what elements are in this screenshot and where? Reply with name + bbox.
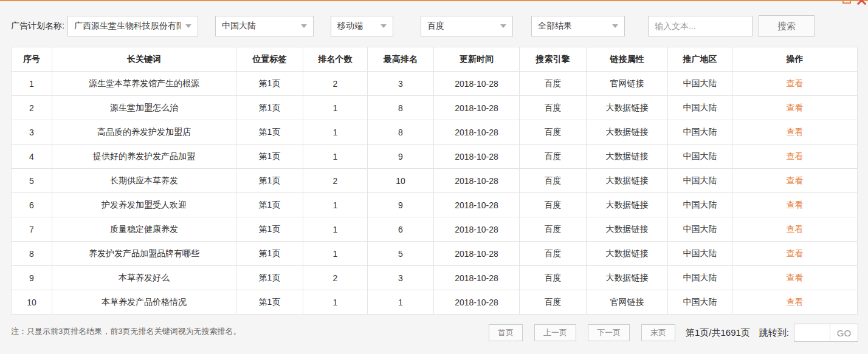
device-select[interactable]: 移动端	[331, 16, 393, 36]
cell-best-rank: 10	[368, 169, 434, 193]
cell-index: 7	[12, 217, 52, 242]
cell-best-rank: 8	[368, 120, 434, 145]
ad-plan-select[interactable]: 广西源生堂生物科技股份有限...	[67, 16, 198, 36]
view-link[interactable]: 查看	[787, 273, 804, 282]
cell-best-rank: 9	[368, 145, 434, 169]
view-link[interactable]: 查看	[787, 151, 804, 161]
cell-index: 4	[12, 145, 52, 169]
region-select-value: 中国大陆	[222, 21, 256, 32]
cell-keyword: 源生堂本草养发馆产生的根源	[52, 72, 236, 96]
view-link[interactable]: 查看	[787, 127, 804, 137]
cell-rank-count: 1	[303, 96, 368, 120]
cell-update-time: 2018-10-28	[434, 120, 520, 145]
go-button[interactable]: GO	[830, 324, 858, 341]
cell-best-rank: 8	[368, 96, 434, 120]
view-link[interactable]: 查看	[787, 297, 804, 307]
view-link[interactable]: 查看	[787, 224, 804, 234]
cell-index: 10	[12, 290, 52, 315]
search-engine-select[interactable]: 百度	[421, 16, 513, 36]
footer-note: 注：只显示前3页排名结果，前3页无排名关键词视为无搜索排名。	[11, 326, 241, 337]
jump-box: GO	[794, 324, 858, 342]
cell-update-time: 2018-10-28	[434, 96, 520, 120]
column-header: 位置标签	[236, 47, 303, 72]
cell-position-tag: 第1页	[236, 169, 303, 193]
cell-best-rank: 1	[368, 290, 434, 315]
cell-search-engine: 百度	[520, 145, 587, 169]
cell-rank-count: 1	[303, 242, 368, 266]
cell-keyword: 高品质的养发护发加盟店	[52, 120, 236, 145]
cell-action: 查看	[732, 266, 858, 290]
cell-search-engine: 百度	[520, 242, 587, 266]
first-page-button[interactable]: 首页	[489, 324, 523, 341]
cell-search-engine: 百度	[520, 120, 587, 145]
view-link[interactable]: 查看	[787, 175, 804, 185]
cell-region: 中国大陆	[668, 169, 732, 193]
filter-bar: 广告计划名称: 广西源生堂生物科技股份有限... 中国大陆 移动端 百度 全部结…	[11, 15, 815, 37]
cell-best-rank: 6	[368, 217, 434, 242]
region-select[interactable]: 中国大陆	[215, 16, 314, 36]
cell-action: 查看	[732, 72, 858, 96]
table-row: 8养发护发产品加盟品牌有哪些第1页152018-10-28百度大数据链接中国大陆…	[12, 242, 858, 266]
view-link[interactable]: 查看	[787, 248, 804, 258]
keyword-ranking-table: 序号长关键词位置标签排名个数最高排名更新时间搜索引擎链接属性推广地区操作 1源生…	[11, 47, 857, 315]
last-page-button[interactable]: 末页	[641, 324, 675, 341]
cell-action: 查看	[732, 145, 858, 169]
keyword-search-input[interactable]	[648, 16, 753, 36]
cell-search-engine: 百度	[520, 96, 587, 120]
cell-position-tag: 第1页	[236, 96, 303, 120]
table-header-row: 序号长关键词位置标签排名个数最高排名更新时间搜索引擎链接属性推广地区操作	[12, 47, 858, 72]
result-filter-select-value: 全部结果	[538, 21, 572, 32]
column-header: 链接属性	[587, 47, 668, 72]
device-select-value: 移动端	[337, 21, 363, 32]
close-window-icon[interactable]	[856, 0, 866, 5]
cell-link-type: 官网链接	[587, 72, 668, 96]
cell-rank-count: 1	[303, 120, 368, 145]
cell-action: 查看	[732, 96, 858, 120]
table-row: 6护发养发加盟受人欢迎第1页192018-10-28百度大数据链接中国大陆查看	[12, 193, 858, 217]
next-page-button[interactable]: 下一页	[588, 324, 630, 341]
column-header: 长关键词	[52, 47, 236, 72]
cell-position-tag: 第1页	[236, 72, 303, 96]
cell-action: 查看	[732, 242, 858, 266]
cell-position-tag: 第1页	[236, 290, 303, 315]
cell-keyword: 提供好的养发护发产品加盟	[52, 145, 236, 169]
cell-update-time: 2018-10-28	[434, 72, 520, 96]
cell-region: 中国大陆	[668, 266, 732, 290]
cell-index: 9	[12, 266, 52, 290]
search-button[interactable]: 搜索	[759, 15, 815, 37]
cell-action: 查看	[732, 193, 858, 217]
cell-update-time: 2018-10-28	[434, 266, 520, 290]
column-header: 最高排名	[368, 47, 434, 72]
prev-page-button[interactable]: 上一页	[534, 324, 576, 341]
search-engine-select-value: 百度	[427, 21, 444, 32]
cell-rank-count: 1	[303, 290, 368, 315]
cell-update-time: 2018-10-28	[434, 145, 520, 169]
cell-rank-count: 1	[303, 193, 368, 217]
cell-update-time: 2018-10-28	[434, 217, 520, 242]
cell-action: 查看	[732, 120, 858, 145]
cell-link-type: 大数据链接	[587, 217, 668, 242]
cell-link-type: 大数据链接	[587, 169, 668, 193]
cell-region: 中国大陆	[668, 290, 732, 315]
cell-keyword: 长期供应本草养发	[52, 169, 236, 193]
view-link[interactable]: 查看	[787, 78, 804, 88]
result-filter-select[interactable]: 全部结果	[531, 16, 625, 36]
cell-position-tag: 第1页	[236, 242, 303, 266]
cell-best-rank: 9	[368, 193, 434, 217]
pagination: 首页 上一页 下一页 末页 第1页/共1691页 跳转到: GO	[489, 324, 858, 342]
restore-window-icon[interactable]	[842, 0, 851, 4]
table-row: 5长期供应本草养发第1页2102018-10-28百度大数据链接中国大陆查看	[12, 169, 858, 193]
cell-link-type: 大数据链接	[587, 145, 668, 169]
view-link[interactable]: 查看	[787, 200, 804, 209]
top-accent-bar	[0, 0, 868, 1]
table-row: 10本草养发产品价格情况第1页112018-10-28百度官网链接中国大陆查看	[12, 290, 858, 315]
cell-keyword: 本草养发好么	[52, 266, 236, 290]
table-body: 1源生堂本草养发馆产生的根源第1页232018-10-28百度官网链接中国大陆查…	[12, 72, 858, 315]
view-link[interactable]: 查看	[787, 103, 804, 112]
cell-region: 中国大陆	[668, 96, 732, 120]
jump-page-input[interactable]	[794, 324, 830, 341]
chevron-down-icon	[381, 24, 387, 28]
cell-position-tag: 第1页	[236, 266, 303, 290]
cell-action: 查看	[732, 290, 858, 315]
page-info: 第1页/共1691页	[686, 327, 750, 339]
